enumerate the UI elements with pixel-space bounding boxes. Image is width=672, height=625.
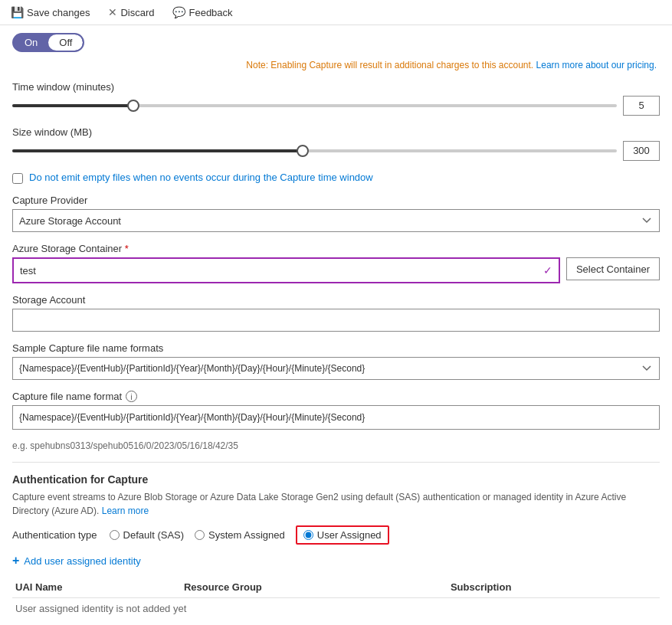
radio-user-assigned[interactable]: User Assigned: [296, 525, 389, 545]
main-content: On Off Note: Enabling Capture will resul…: [0, 25, 672, 625]
capture-provider-label: Capture Provider: [12, 195, 660, 206]
divider: [12, 462, 660, 463]
size-window-slider-fill: [12, 149, 303, 152]
select-container-button[interactable]: Select Container: [566, 257, 660, 280]
capture-format-label: Capture file name format: [12, 391, 122, 402]
radio-user-assigned-input[interactable]: [303, 530, 313, 540]
table-empty-message: User assigned identity is not added yet: [12, 598, 660, 620]
table-header-row: UAI Name Resource Group Subscription: [12, 577, 660, 598]
uai-table: UAI Name Resource Group Subscription Use…: [12, 577, 660, 619]
capture-provider-row: Capture Provider Azure Storage Account A…: [12, 195, 660, 232]
save-icon: 💾: [11, 6, 24, 18]
storage-account-input[interactable]: [12, 309, 660, 332]
toolbar: 💾 Save changes ✕ Discard 💬 Feedback: [0, 0, 672, 25]
example-text: e.g. spehubns0313/spehub0516/0/2023/05/1…: [12, 440, 660, 451]
radio-system-assigned-input[interactable]: [195, 530, 205, 540]
auth-description: Capture event streams to Azure Blob Stor…: [12, 490, 660, 518]
note-bar: Note: Enabling Capture will result in ad…: [12, 60, 660, 70]
size-window-slider-row: 300: [12, 141, 660, 161]
capture-format-input[interactable]: [12, 405, 660, 430]
time-window-row: Time window (minutes) 5: [12, 81, 660, 116]
storage-account-row: Storage Account: [12, 294, 660, 332]
feedback-icon: 💬: [172, 6, 185, 18]
plus-icon: +: [12, 554, 19, 568]
sample-capture-row: Sample Capture file name formats {Namesp…: [12, 342, 660, 380]
table-col-resource-group: Resource Group: [181, 577, 447, 598]
feedback-button[interactable]: 💬 Feedback: [169, 5, 235, 20]
time-window-slider-track: [12, 104, 617, 107]
size-window-slider-thumb[interactable]: [297, 145, 309, 157]
discard-icon: ✕: [108, 6, 117, 18]
pricing-link[interactable]: Learn more about our pricing.: [536, 60, 657, 70]
size-window-row: Size window (MB) 300: [12, 126, 660, 161]
azure-container-input[interactable]: [14, 259, 559, 282]
empty-files-checkbox-row: Do not emit empty files when no events o…: [12, 172, 660, 184]
time-window-value: 5: [623, 96, 660, 116]
azure-container-row: Azure Storage Container ✓ Select Contain…: [12, 243, 660, 283]
save-button[interactable]: 💾 Save changes: [8, 5, 93, 20]
empty-files-label[interactable]: Do not emit empty files when no events o…: [29, 172, 373, 183]
container-check-icon: ✓: [543, 264, 552, 277]
capture-format-info-icon[interactable]: i: [126, 391, 137, 402]
toggle-off[interactable]: Off: [48, 34, 83, 51]
table-col-uai-name: UAI Name: [12, 577, 181, 598]
discard-button[interactable]: ✕ Discard: [105, 5, 157, 20]
capture-provider-select[interactable]: Azure Storage Account Azure Data Lake St…: [12, 209, 660, 232]
storage-account-label: Storage Account: [12, 294, 660, 306]
radio-default-sas[interactable]: Default (SAS): [110, 529, 184, 541]
table-col-subscription: Subscription: [447, 577, 660, 598]
azure-container-input-row: ✓ Select Container: [12, 257, 660, 283]
size-window-slider-track-container[interactable]: [12, 143, 617, 159]
capture-format-label-row: Capture file name format i: [12, 391, 660, 402]
sample-capture-label: Sample Capture file name formats: [12, 342, 660, 354]
azure-container-label: Azure Storage Container: [12, 243, 660, 254]
capture-toggle-container: On Off: [12, 33, 660, 52]
auth-section-title: Authentication for Capture: [12, 473, 660, 486]
capture-format-row: Capture file name format i: [12, 391, 660, 430]
size-window-slider-track: [12, 149, 617, 152]
time-window-slider-fill: [12, 104, 133, 107]
size-window-value: 300: [623, 141, 660, 161]
azure-container-input-wrap: ✓: [12, 257, 560, 283]
table-empty-row: User assigned identity is not added yet: [12, 598, 660, 620]
toggle-on[interactable]: On: [14, 34, 48, 51]
size-window-label: Size window (MB): [12, 126, 660, 138]
time-window-slider-row: 5: [12, 96, 660, 116]
radio-default-sas-input[interactable]: [110, 530, 120, 540]
time-window-label: Time window (minutes): [12, 81, 660, 93]
time-window-slider-thumb[interactable]: [127, 100, 139, 112]
empty-files-checkbox[interactable]: [12, 173, 23, 184]
auth-type-label: Authentication type: [12, 529, 97, 541]
capture-toggle[interactable]: On Off: [12, 33, 84, 52]
sample-capture-select[interactable]: {Namespace}/{EventHub}/{PartitionId}/{Ye…: [12, 357, 660, 380]
radio-system-assigned[interactable]: System Assigned: [195, 529, 285, 541]
add-identity-row[interactable]: + Add user assigned identity: [12, 554, 660, 568]
auth-learn-more-link[interactable]: Learn more: [102, 506, 149, 516]
time-window-slider-track-container[interactable]: [12, 98, 617, 113]
auth-type-row: Authentication type Default (SAS) System…: [12, 525, 660, 545]
